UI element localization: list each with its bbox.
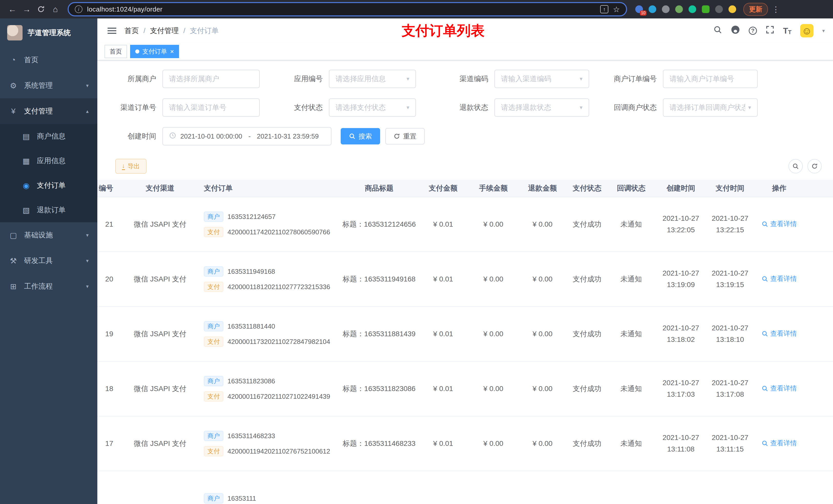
cell-pay-order: 商户16353111 <box>200 493 341 503</box>
date-range-start: 2021-10-01 00:00:00 <box>180 133 242 140</box>
cell-pay-time: 2021-10-2713:18:10 <box>707 322 754 345</box>
chevron-down-icon: ▾ <box>748 104 751 111</box>
merchant-order-no-input[interactable] <box>663 70 758 88</box>
sidebar-item-system[interactable]: ⚙ 系统管理 ▾ <box>0 73 97 98</box>
browser-extension-icon[interactable] <box>702 5 710 13</box>
reset-button-label: 重置 <box>403 132 416 141</box>
cell-channel: 微信 JSAPI 支付 <box>120 384 200 393</box>
merchant-order-no: 1635311468233 <box>228 432 275 440</box>
sidebar-item-merchant-info[interactable]: ▤ 商户信息 <box>0 124 97 148</box>
view-detail-link[interactable]: 查看详情 <box>762 329 797 338</box>
cell-title: 标题：1635311949168 <box>341 274 418 284</box>
sidebar-item-label: 应用信息 <box>37 156 66 166</box>
app-info-select[interactable]: 请选择应用信息 ▾ <box>329 70 416 88</box>
browser-extension-icon[interactable]: 10 <box>635 5 643 13</box>
breadcrumb-home[interactable]: 首页 <box>124 26 139 35</box>
logo-avatar <box>7 25 23 41</box>
sidebar-item-infrastructure[interactable]: ▢ 基础设施 ▾ <box>0 222 97 248</box>
chevron-down-icon: ▾ <box>86 283 89 289</box>
order-table: 编号 支付渠道 支付订单 商品标题 支付金额 手续金额 退款金额 支付状态 回调… <box>97 180 833 504</box>
cell-pay-time: 2021-10-2713:19:15 <box>707 268 754 291</box>
merchant-tag: 商户 <box>204 266 223 277</box>
sidebar-item-dev-tools[interactable]: ⚒ 研发工具 ▾ <box>0 248 97 273</box>
browser-forward-icon[interactable]: → <box>20 2 34 16</box>
fullscreen-icon[interactable] <box>766 25 774 36</box>
clock-icon <box>169 132 176 141</box>
view-detail-link[interactable]: 查看详情 <box>762 439 797 448</box>
sidebar-toggle-icon[interactable] <box>108 30 116 31</box>
close-icon[interactable]: × <box>170 48 174 55</box>
col-actions: 操作 <box>754 183 805 193</box>
col-notify: 回调状态 <box>607 183 655 193</box>
pay-status-select[interactable]: 请选择支付状态 ▾ <box>329 98 416 117</box>
tab-label: 支付订单 <box>142 47 167 55</box>
browser-home-icon[interactable]: ⌂ <box>48 2 63 16</box>
view-detail-link[interactable]: 查看详情 <box>762 274 797 283</box>
sidebar-item-pay-order[interactable]: ◉ 支付订单 <box>0 173 97 198</box>
sidebar-item-refund-order[interactable]: ▧ 退款订单 <box>0 198 97 222</box>
chevron-up-icon: ▴ <box>86 108 89 114</box>
bookmark-star-icon[interactable]: ☆ <box>613 5 620 14</box>
breadcrumb-payment[interactable]: 支付管理 <box>150 26 179 35</box>
sidebar-item-home[interactable]: ◔ 首页 <box>0 47 97 73</box>
font-size-icon[interactable]: TT <box>783 26 791 35</box>
sidebar: 芋道管理系统 ◔ 首页 ⚙ 系统管理 ▾ ¥ 支付管理 ▴ ▤ 商户信息 ▦ 应… <box>0 19 97 504</box>
view-detail-link[interactable]: 查看详情 <box>762 384 797 393</box>
reset-button[interactable]: 重置 <box>385 128 425 144</box>
cell-create-time: 2021-10-2713:18:02 <box>655 322 707 345</box>
filter-label-channel-code: 渠道编码 <box>425 74 494 84</box>
app-header: 首页 / 支付管理 / 支付订单 支付订单列表 ? TT <box>97 19 833 43</box>
browser-extension-icon[interactable] <box>729 5 736 13</box>
browser-update-button[interactable]: 更新 <box>743 3 768 16</box>
title-value: 1635311468233 <box>364 439 415 448</box>
view-detail-link[interactable]: 查看详情 <box>762 219 797 229</box>
chevron-down-icon[interactable]: ▾ <box>822 28 825 34</box>
toggle-search-button[interactable] <box>788 159 803 173</box>
browser-extension-icon[interactable] <box>715 5 723 13</box>
breadcrumb-separator: / <box>184 27 186 35</box>
cell-id: 21 <box>97 220 120 229</box>
search-button[interactable]: 搜索 <box>341 128 380 144</box>
select-placeholder: 请选择订单回调商户状态 <box>670 103 745 113</box>
date-range-picker[interactable]: 2021-10-01 00:00:00 - 2021-10-31 23:59:5… <box>162 127 331 145</box>
channel-pay-no: 4200001181202110277723215336 <box>228 283 330 291</box>
merchant-order-no: 16353111 <box>228 495 256 502</box>
chevron-down-icon: ▾ <box>86 232 89 238</box>
channel-code-select[interactable]: 请输入渠道编码 ▾ <box>494 70 589 88</box>
sidebar-item-workflow[interactable]: ⊞ 工作流程 ▾ <box>0 273 97 299</box>
channel-order-no-input[interactable] <box>162 98 260 117</box>
refund-status-select[interactable]: 请选择退款状态 ▾ <box>494 98 589 117</box>
merchant-tag: 商户 <box>204 376 223 386</box>
notify-status-select[interactable]: 请选择订单回调商户状态 ▾ <box>663 98 758 117</box>
browser-extension-icon[interactable] <box>689 5 696 13</box>
tab-home[interactable]: 首页 <box>104 45 127 58</box>
browser-back-icon[interactable]: ← <box>5 2 20 16</box>
view-detail-label: 查看详情 <box>770 439 797 448</box>
browser-menu-icon[interactable]: ⋮ <box>772 5 780 14</box>
avatar[interactable]: ☺ <box>800 24 813 38</box>
cell-create-time: 2021-10-2713:17:03 <box>655 377 707 400</box>
merchant-select[interactable] <box>162 70 260 88</box>
table-row: 21 微信 JSAPI 支付 商户1635312124657 支付4200001… <box>97 197 833 252</box>
cell-title: 标题：1635311468233 <box>341 439 418 449</box>
search-icon[interactable] <box>713 25 722 36</box>
browser-extension-icon[interactable] <box>662 5 670 13</box>
sidebar-item-app-info[interactable]: ▦ 应用信息 <box>0 148 97 173</box>
refresh-button[interactable] <box>807 159 822 173</box>
merchant-tag: 商户 <box>204 212 223 222</box>
url-text[interactable]: localhost:1024/pay/order <box>87 5 596 13</box>
browser-extension-icon[interactable] <box>675 5 683 13</box>
sidebar-item-payment[interactable]: ¥ 支付管理 ▴ <box>0 98 97 124</box>
font-size-small-glyph: T <box>788 29 791 35</box>
merchant-tag: 商户 <box>204 493 223 503</box>
export-button[interactable]: ↓ 导出 <box>115 159 146 174</box>
browser-reload-icon[interactable] <box>34 2 48 16</box>
browser-extension-icon[interactable] <box>648 5 656 13</box>
github-icon[interactable] <box>731 25 740 37</box>
address-bar[interactable]: i localhost:1024/pay/order ↑ ☆ <box>68 2 627 16</box>
merchant-tag: 商户 <box>204 321 223 331</box>
tab-pay-order[interactable]: 支付订单 × <box>130 45 179 58</box>
share-icon[interactable]: ↑ <box>600 5 609 13</box>
help-icon[interactable]: ? <box>749 27 757 35</box>
site-info-icon[interactable]: i <box>75 5 82 13</box>
